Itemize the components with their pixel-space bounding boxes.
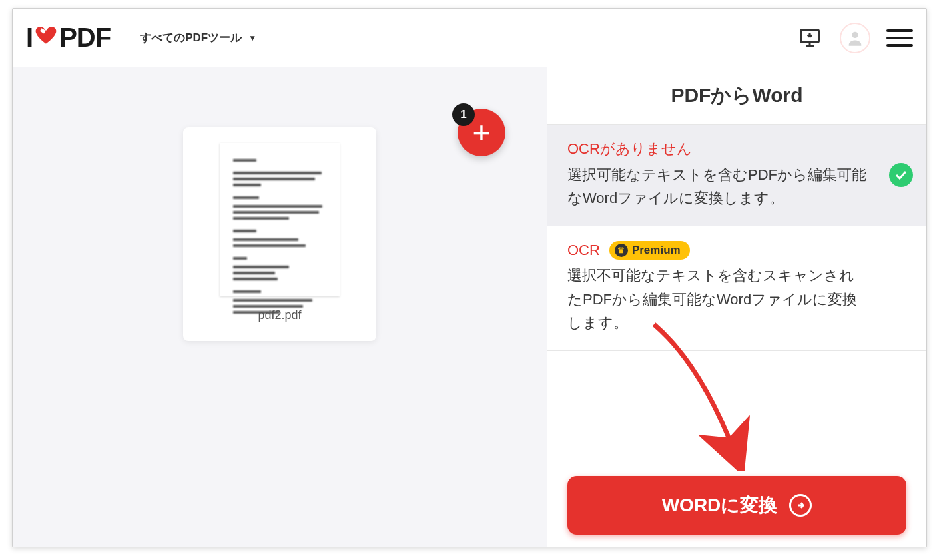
logo[interactable]: I PDF bbox=[26, 23, 111, 53]
option-ocr-desc: 選択不可能なテキストを含むスキャンされたPDFから編集可能なWordファイルに変… bbox=[567, 264, 906, 334]
logo-prefix: I bbox=[26, 23, 33, 53]
option-no-ocr[interactable]: OCRがありません 選択可能なテキストを含むPDFから編集可能なWordファイル… bbox=[547, 125, 926, 226]
caret-down-icon: ▼ bbox=[248, 33, 256, 43]
option-no-ocr-title: OCRがありません bbox=[567, 139, 692, 159]
add-file-wrap: + 1 bbox=[458, 109, 505, 156]
desktop-download-icon[interactable] bbox=[794, 23, 825, 53]
file-card[interactable]: pdf2.pdf bbox=[183, 127, 376, 341]
file-thumbnail bbox=[220, 143, 340, 296]
file-count-badge: 1 bbox=[452, 103, 475, 126]
convert-button-label: WORDに変換 bbox=[662, 493, 778, 518]
menu-icon[interactable] bbox=[886, 25, 913, 51]
svg-point-3 bbox=[852, 31, 858, 37]
tools-dropdown-label: すべてのPDFツール bbox=[140, 30, 242, 45]
premium-label: Premium bbox=[632, 244, 681, 257]
tools-dropdown[interactable]: すべてのPDFツール ▼ bbox=[140, 30, 256, 45]
convert-button[interactable]: WORDに変換 bbox=[567, 476, 906, 535]
app-window: I PDF すべてのPDFツール ▼ bbox=[12, 8, 927, 547]
option-no-ocr-desc: 選択可能なテキストを含むPDFから編集可能なWordファイルに変換します。 bbox=[567, 163, 906, 210]
workspace: pdf2.pdf + 1 bbox=[13, 67, 547, 547]
main-content: pdf2.pdf + 1 PDFからWord OCRがありません 選択可能なテキ… bbox=[13, 67, 926, 547]
premium-badge: ♛ Premium bbox=[609, 241, 690, 260]
panel-title: PDFからWord bbox=[547, 67, 926, 125]
options-panel: PDFからWord OCRがありません 選択可能なテキストを含むPDFから編集可… bbox=[547, 67, 926, 547]
arrow-right-icon bbox=[789, 494, 812, 517]
check-icon bbox=[889, 163, 913, 187]
option-ocr[interactable]: OCR ♛ Premium 選択不可能なテキストを含むスキャンされたPDFから編… bbox=[547, 226, 926, 351]
file-name: pdf2.pdf bbox=[199, 308, 360, 322]
logo-suffix: PDF bbox=[59, 23, 111, 53]
option-ocr-title: OCR bbox=[567, 242, 600, 259]
user-avatar[interactable] bbox=[840, 23, 870, 53]
header: I PDF すべてのPDFツール ▼ bbox=[13, 9, 926, 67]
crown-icon: ♛ bbox=[615, 244, 628, 257]
heart-icon bbox=[34, 23, 58, 53]
plus-icon: + bbox=[473, 117, 491, 148]
